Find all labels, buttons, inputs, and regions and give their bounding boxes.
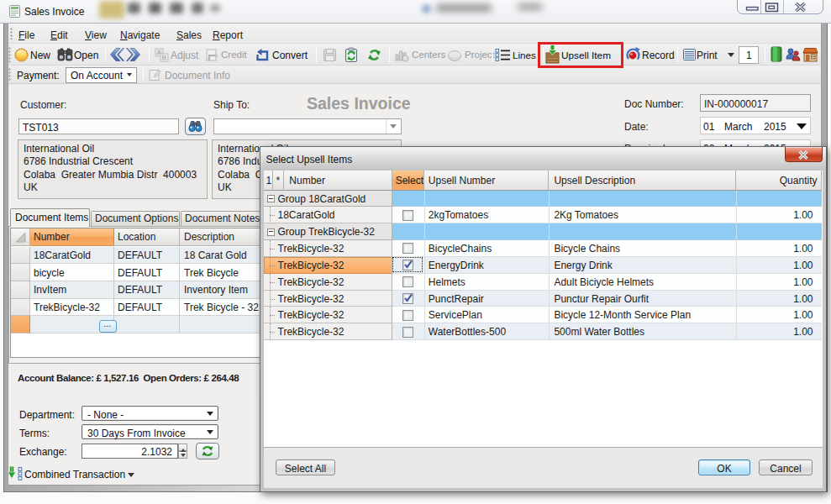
svg-text:B: B: [162, 54, 166, 61]
